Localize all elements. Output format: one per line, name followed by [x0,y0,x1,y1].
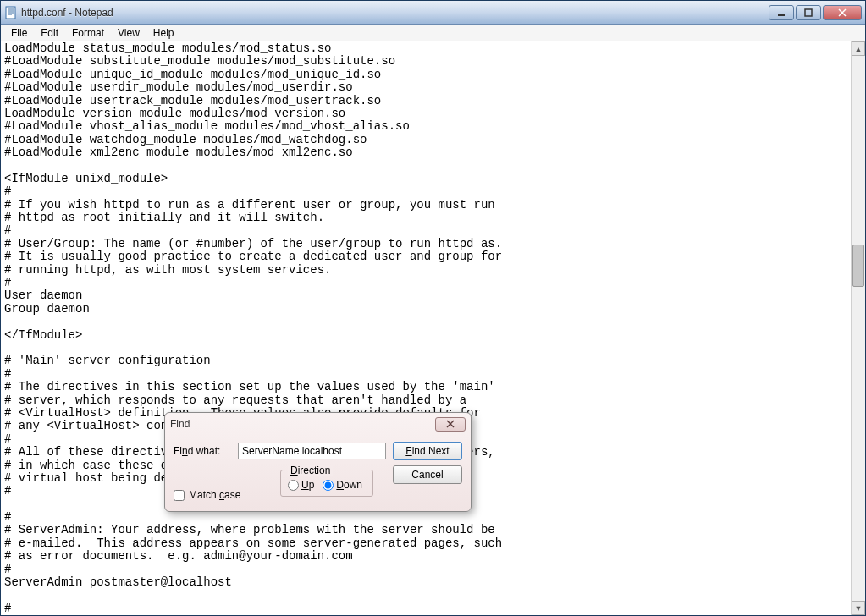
minimize-button[interactable] [769,5,794,20]
menu-edit[interactable]: Edit [34,25,65,41]
svg-rect-6 [805,9,812,16]
scroll-thumb[interactable] [852,245,864,287]
window-controls [769,5,862,20]
menubar: File Edit Format View Help [1,25,865,41]
direction-down-option[interactable]: Down [323,479,362,491]
find-close-button[interactable] [435,417,466,432]
direction-label: Direction [288,465,333,476]
find-what-input[interactable] [238,443,386,459]
window-title: httpd.conf - Notepad [21,7,769,19]
menu-view[interactable]: View [111,25,146,41]
direction-group: Direction Up Down [280,470,373,497]
vertical-scrollbar[interactable]: ▲ ▼ [851,41,865,615]
find-next-button[interactable]: Find Next [393,442,462,460]
text-editor[interactable]: LoadModule status_module modules/mod_sta… [1,41,851,615]
find-dialog-title: Find [170,418,435,430]
scroll-up-button[interactable]: ▲ [852,41,865,56]
cancel-button[interactable]: Cancel [393,465,462,484]
scroll-down-button[interactable]: ▼ [852,601,865,615]
find-body: Find what: Find Next Direction Up Down C… [165,435,471,511]
menu-format[interactable]: Format [65,25,111,41]
notepad-window: httpd.conf - Notepad File Edit Format Vi… [0,0,866,616]
find-dialog: Find Find what: Find Next Direction Up D… [164,412,472,512]
notepad-icon [4,6,18,19]
menu-help[interactable]: Help [146,25,181,41]
menu-file[interactable]: File [4,25,34,41]
maximize-button[interactable] [796,5,821,20]
editor-text-before: LoadModule status_module modules/mod_sta… [4,41,552,615]
close-button[interactable] [823,5,862,20]
find-what-label: Find what: [174,445,231,457]
match-case-checkbox[interactable] [174,490,185,501]
direction-up-radio[interactable] [288,480,299,491]
direction-up-option[interactable]: Up [288,479,314,491]
editor-wrap: LoadModule status_module modules/mod_sta… [1,41,865,615]
direction-down-radio[interactable] [323,480,334,491]
find-titlebar[interactable]: Find [165,413,471,435]
titlebar: httpd.conf - Notepad [1,1,865,25]
